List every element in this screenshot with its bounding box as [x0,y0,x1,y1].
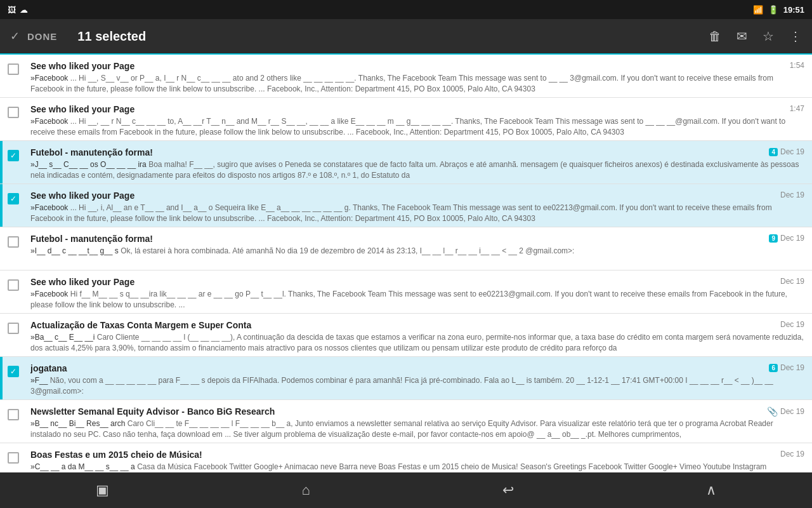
email-sender-2: »Facebook [30,117,70,126]
email-badge-3: 4 [769,148,778,156]
email-item-7[interactable]: Actualização de Taxas Conta Margem e Sup… [0,314,812,357]
checkbox-area-9 [8,406,28,420]
email-time-5: 9Dec 19 [769,234,804,243]
selected-count: 11 selected [77,29,146,44]
left-bar-8 [0,357,3,399]
email-preview-10: »C__ __ a da M__ __ s__ __ a Casa da Mús… [30,462,804,472]
checkbox-area-10 [8,450,28,464]
checkbox-8[interactable] [8,366,19,377]
action-bar-left: ✓ DONE 11 selected [10,29,709,44]
email-sender-9: »B__ nc__ Bi__ Res__ arch [30,419,128,428]
email-time-9: 📎Dec 19 [764,406,804,417]
checkbox-area-2 [8,104,28,118]
email-item-8[interactable]: jogatana6Dec 19»F__ Não, vou com a __ __… [0,357,812,400]
email-header-3: Futebol - manutenção forma!4Dec 19 [30,147,804,157]
email-preview-9: »B__ nc__ Bi__ Res__ arch Caro Cli__ __ … [30,418,804,440]
left-bar-1 [0,55,3,97]
email-time-text-5: Dec 19 [780,234,804,243]
checkbox-4[interactable] [8,193,19,204]
left-bar-5 [0,227,3,270]
checkbox-area-6 [8,277,28,291]
email-item-6[interactable]: See who liked your PageDec 19»Facebook H… [0,271,812,314]
email-preview-5: »I__ d__ c __ __t__ g__ s Ok, lá estarei… [30,246,804,257]
email-time-text-3: Dec 19 [780,147,804,156]
email-time-7: Dec 19 [780,320,804,329]
email-time-text-6: Dec 19 [780,277,804,286]
email-subject-1: See who liked your Page [30,61,785,71]
email-item-10[interactable]: Boas Festas e um 2015 cheio de Música!De… [0,443,812,472]
email-preview-7: »Ba__ c__ E__ __i Caro Cliente __ __ __ … [30,332,804,354]
left-bar-2 [0,98,3,140]
mail-icon[interactable]: ✉ [737,29,747,44]
checkbox-area-7 [8,320,28,334]
checkbox-7[interactable] [8,323,19,334]
square-icon[interactable]: ▣ [96,482,109,498]
email-subject-5: Futebol - manutenção forma! [30,234,764,244]
clock: 19:51 [783,5,804,15]
checkbox-3[interactable] [8,150,19,161]
checkbox-9[interactable] [8,409,19,420]
back-icon[interactable]: ↩ [502,482,514,498]
email-time-text-4: Dec 19 [780,190,804,199]
checkbox-area-3 [8,147,28,161]
attachment-icon-9: 📎 [767,406,778,417]
email-sender-4: »Facebook [30,203,70,212]
checkbox-1[interactable] [8,64,19,75]
email-subject-6: See who liked your Page [30,277,775,287]
email-item-9[interactable]: Newsletter Semanal Equity Advisor - Banc… [0,400,812,443]
checkbox-2[interactable] [8,107,19,118]
email-preview-1: »Facebook ... Hi __, S__ v__ or P__ a, I… [30,73,804,95]
left-bar-9 [0,400,3,443]
checkbox-6[interactable] [8,279,19,291]
email-item-3[interactable]: Futebol - manutenção forma!4Dec 19»J__ s… [0,141,812,184]
email-subject-3: Futebol - manutenção forma! [30,147,764,157]
email-item-1[interactable]: See who liked your Page1:54»Facebook ...… [0,55,812,98]
status-bar: 🖼 ☁ 📶 🔋 19:51 [0,0,812,19]
email-item-5[interactable]: Futebol - manutenção forma!9Dec 19»I__ d… [0,227,812,271]
email-sender-7: »Ba__ c__ E__ __i [30,333,97,342]
email-time-8: 6Dec 19 [769,363,804,372]
email-header-5: Futebol - manutenção forma!9Dec 19 [30,234,804,244]
email-item-2[interactable]: See who liked your Page1:47»Facebook ...… [0,98,812,141]
email-content-4: See who liked your PageDec 19»Facebook .… [28,190,804,224]
up-icon[interactable]: ∧ [706,482,716,498]
email-time-text-9: Dec 19 [780,407,804,416]
email-subject-10: Boas Festas e um 2015 cheio de Música! [30,450,775,460]
checkbox-area-5 [8,234,28,248]
checkbox-area-4 [8,190,28,204]
email-preview-8: »F__ Não, vou com a __ __ __ __ __ para … [30,375,804,397]
wifi-icon: 📶 [753,5,763,15]
left-bar-7 [0,314,3,356]
done-label[interactable]: DONE [27,31,57,42]
email-sender-3: »J__ s__ C__ __ os O__ __ __ ira [30,160,148,169]
email-content-2: See who liked your Page1:47»Facebook ...… [28,104,804,138]
email-preview-4: »Facebook ... Hi __, i, Al__ an e T__ __… [30,203,804,224]
email-sender-5: »I__ d__ c __ __t__ g__ s [30,246,121,255]
email-content-9: Newsletter Semanal Equity Advisor - Banc… [28,406,804,440]
email-header-8: jogatana6Dec 19 [30,363,804,373]
checkbox-10[interactable] [8,452,19,464]
email-content-3: Futebol - manutenção forma!4Dec 19»J__ s… [28,147,804,181]
email-content-5: Futebol - manutenção forma!9Dec 19»I__ d… [28,234,804,257]
email-time-text-8: Dec 19 [780,363,804,372]
email-time-4: Dec 19 [780,190,804,199]
more-icon[interactable]: ⋮ [789,29,802,44]
email-header-2: See who liked your Page1:47 [30,104,804,114]
email-content-7: Actualização de Taxas Conta Margem e Sup… [28,320,804,354]
email-item-4[interactable]: See who liked your PageDec 19»Facebook .… [0,184,812,227]
cloud-icon: ☁ [20,5,28,15]
image-icon: 🖼 [8,5,16,15]
bottom-nav: ▣ ⌂ ↩ ∧ [0,472,812,508]
email-sender-6: »Facebook [30,290,70,298]
home-icon[interactable]: ⌂ [301,482,310,498]
left-bar-3 [0,141,3,184]
left-bar-10 [0,443,3,472]
delete-icon[interactable]: 🗑 [709,29,721,44]
email-sender-1: »Facebook [30,74,70,83]
star-icon[interactable]: ☆ [763,29,774,44]
done-checkmark-icon[interactable]: ✓ [10,29,20,43]
left-bar-6 [0,271,3,313]
checkbox-5[interactable] [8,236,19,248]
action-bar: ✓ DONE 11 selected 🗑 ✉ ☆ ⋮ [0,19,812,55]
email-header-6: See who liked your PageDec 19 [30,277,804,287]
